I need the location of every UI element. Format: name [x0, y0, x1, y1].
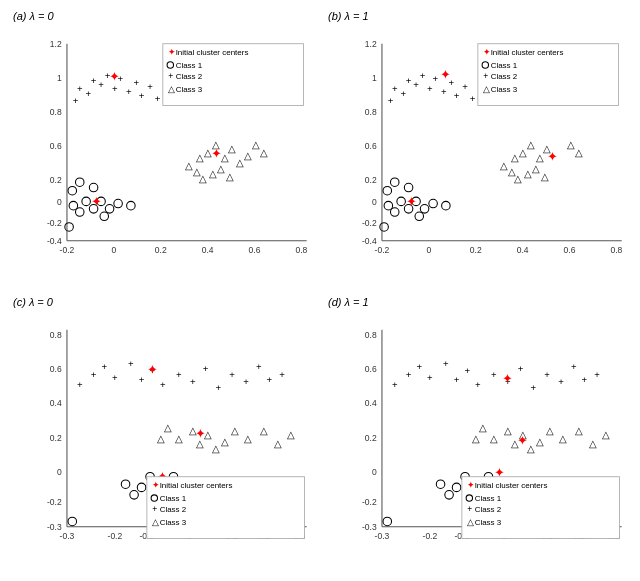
svg-point-112 [397, 197, 406, 206]
svg-text:Class 2: Class 2 [475, 504, 502, 513]
svg-point-115 [415, 212, 424, 221]
svg-text:+: + [594, 368, 600, 379]
svg-text:+: + [571, 361, 577, 372]
svg-text:+: + [176, 368, 182, 379]
svg-text:Class 2: Class 2 [160, 504, 187, 513]
svg-text:+: + [98, 79, 104, 90]
svg-text:+: + [73, 95, 79, 106]
svg-text:+: + [160, 379, 166, 390]
svg-text:△: △ [244, 432, 252, 443]
svg-text:+: + [112, 83, 118, 94]
svg-text:△: △ [157, 432, 165, 443]
svg-text:△: △ [260, 425, 268, 436]
svg-text:+: + [392, 83, 398, 94]
svg-text:△: △ [527, 139, 535, 150]
svg-text:Class 1: Class 1 [475, 494, 502, 503]
svg-text:△: △ [504, 425, 512, 436]
svg-text:+: + [392, 379, 398, 390]
svg-point-55 [89, 183, 98, 192]
svg-point-118 [429, 199, 438, 208]
svg-text:0.2: 0.2 [50, 175, 62, 185]
svg-text:+: + [443, 358, 449, 369]
svg-text:+: + [518, 363, 524, 374]
svg-text:△: △ [559, 432, 567, 443]
svg-text:0.4: 0.4 [50, 398, 62, 408]
svg-text:0.8: 0.8 [50, 330, 62, 340]
svg-text:-0.3: -0.3 [60, 530, 75, 540]
svg-text:+: + [91, 368, 97, 379]
svg-text:1.2: 1.2 [50, 39, 62, 49]
svg-point-120 [383, 186, 392, 195]
figure-container: (a) λ = 0 1.2 1 0.8 0.6 0.2 0 -0.2 -0.4 … [0, 0, 640, 581]
svg-text:△: △ [274, 437, 282, 448]
svg-text:Class 2: Class 2 [491, 72, 518, 81]
svg-text:+: + [467, 503, 472, 513]
svg-point-116 [390, 208, 399, 217]
svg-point-114 [420, 205, 429, 214]
svg-text:1: 1 [57, 73, 62, 83]
svg-text:-0.2: -0.2 [362, 218, 377, 228]
subplot-a-title: (a) λ = 0 [13, 10, 54, 22]
svg-text:△: △ [228, 143, 236, 154]
svg-text:+: + [139, 90, 145, 101]
svg-point-49 [75, 208, 84, 217]
subplot-b: (b) λ = 1 1.2 1 0.8 0.6 0.2 0 -0.2 -0.4 … [320, 5, 635, 291]
svg-text:-0.2: -0.2 [47, 497, 62, 507]
svg-text:0.2: 0.2 [155, 245, 167, 255]
svg-text:△: △ [536, 435, 544, 446]
svg-text:1.2: 1.2 [365, 39, 377, 49]
svg-text:Class 3: Class 3 [491, 85, 518, 94]
svg-text:Initial cluster centers: Initial cluster centers [176, 48, 249, 57]
svg-text:+: + [77, 379, 83, 390]
svg-point-117 [384, 201, 393, 210]
svg-text:+: + [91, 75, 97, 86]
svg-text:0.4: 0.4 [365, 398, 377, 408]
subplot-b-title: (b) λ = 1 [328, 10, 369, 22]
svg-text:-0.2: -0.2 [362, 497, 377, 507]
svg-text:+: + [267, 373, 273, 384]
svg-text:+: + [544, 368, 550, 379]
svg-text:Class 3: Class 3 [160, 517, 187, 526]
svg-text:✦: ✦ [91, 194, 102, 209]
svg-point-122 [404, 183, 413, 192]
svg-text:+: + [582, 373, 588, 384]
svg-text:+: + [388, 95, 394, 106]
svg-text:0.6: 0.6 [249, 245, 261, 255]
svg-text:△: △ [575, 425, 583, 436]
svg-text:0.6: 0.6 [365, 141, 377, 151]
svg-text:△: △ [602, 429, 610, 440]
svg-point-51 [114, 199, 123, 208]
svg-text:+: + [406, 75, 412, 86]
svg-text:0.8: 0.8 [365, 107, 377, 117]
svg-text:-0.3: -0.3 [375, 530, 390, 540]
svg-text:+: + [147, 81, 153, 92]
svg-text:+: + [190, 376, 196, 387]
svg-text:+: + [400, 88, 406, 99]
svg-text:✦: ✦ [502, 370, 513, 385]
svg-text:△: △ [527, 443, 535, 454]
svg-text:△: △ [532, 163, 540, 174]
subplot-a: (a) λ = 0 1.2 1 0.8 0.6 0.2 0 -0.2 -0.4 … [5, 5, 320, 291]
subplot-c-plot: 0.8 0.6 0.4 0.2 0 -0.2 -0.3 -0.3 -0.2 -0… [35, 316, 312, 557]
svg-text:0.4: 0.4 [517, 245, 529, 255]
svg-text:✦: ✦ [195, 426, 206, 441]
svg-text:△: △ [483, 84, 490, 94]
svg-text:0.2: 0.2 [365, 175, 377, 185]
svg-text:Class 1: Class 1 [176, 61, 203, 70]
svg-text:+: + [416, 361, 422, 372]
svg-text:+: + [483, 71, 488, 81]
svg-text:+: + [139, 373, 145, 384]
svg-text:1: 1 [372, 73, 377, 83]
svg-text:0: 0 [372, 466, 377, 476]
svg-text:△: △ [252, 139, 260, 150]
svg-text:Initial cluster centers: Initial cluster centers [475, 481, 548, 490]
svg-point-48 [100, 212, 109, 221]
subplot-c: (c) λ = 0 0.8 0.6 0.4 0.2 0 -0.2 -0.3 -0… [5, 291, 320, 577]
svg-text:+: + [215, 382, 221, 393]
svg-text:△: △ [472, 432, 480, 443]
svg-text:+: + [454, 373, 460, 384]
svg-text:0: 0 [372, 197, 377, 207]
svg-text:+: + [464, 365, 470, 376]
svg-text:△: △ [199, 173, 207, 184]
svg-point-121 [390, 178, 399, 187]
